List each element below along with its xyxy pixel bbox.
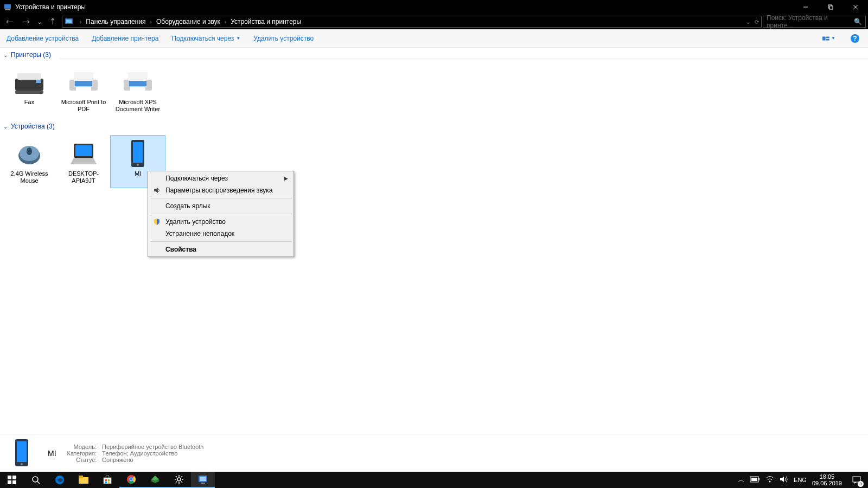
details-status-key: Статус: — [67, 457, 97, 463]
address-dropdown-button[interactable]: ⌄ — [746, 19, 750, 25]
device-label: Microsoft Print to PDF — [60, 99, 107, 113]
svg-rect-33 — [133, 142, 143, 163]
recent-locations-button[interactable]: ⌄ — [35, 15, 44, 28]
printers-items: Fax Microsoft Print to PDF — [0, 60, 868, 118]
group-header-printers[interactable]: ⌄ Принтеры (3) — [0, 48, 868, 60]
edge-button[interactable] — [48, 472, 72, 488]
control-panel-button[interactable] — [191, 472, 215, 488]
file-explorer-button[interactable] — [72, 472, 95, 488]
group-title: Устройства (3) — [11, 123, 55, 130]
details-status-value: Сопряжено — [102, 457, 203, 463]
phone-icon — [118, 139, 157, 169]
view-options-button[interactable]: ▼ — [822, 32, 835, 45]
chevron-down-icon: ⌄ — [3, 124, 8, 130]
ctx-troubleshoot[interactable]: Устранение неполадок — [149, 228, 292, 240]
details-category-key: Категория: — [67, 450, 97, 457]
device-label: MI — [135, 170, 141, 177]
breadcrumb-item[interactable]: Оборудование и звук — [156, 18, 220, 25]
device-item-print-to-pdf[interactable]: Microsoft Print to PDF — [56, 64, 111, 116]
device-item-mouse[interactable]: 2.4G Wireless Mouse — [2, 136, 56, 188]
printer-icon — [118, 67, 157, 98]
action-center-button[interactable]: 3 — [847, 472, 866, 488]
group-header-devices[interactable]: ⌄ Устройства (3) — [0, 119, 868, 131]
context-menu: Подключаться через Параметры воспроизвед… — [148, 171, 294, 257]
svg-rect-50 — [108, 479, 110, 481]
store-button[interactable] — [95, 472, 119, 488]
chrome-button[interactable] — [119, 472, 143, 488]
svg-rect-8 — [66, 20, 72, 23]
add-printer-button[interactable]: Добавление принтера — [92, 35, 158, 42]
up-button[interactable]: 🡑 — [46, 15, 61, 28]
phone-icon — [7, 438, 37, 468]
ctx-connect-via[interactable]: Подключаться через — [149, 172, 292, 184]
window-title: Устройства и принтеры — [15, 3, 86, 11]
forward-button[interactable]: 🡒 — [18, 15, 34, 28]
svg-point-34 — [137, 164, 139, 166]
device-item-xps-writer[interactable]: Microsoft XPS Document Writer — [111, 64, 165, 116]
address-bar[interactable]: › Панель управления › Оборудование и зву… — [62, 16, 762, 28]
svg-text:?: ? — [853, 35, 857, 42]
navbar: 🡐 🡒 ⌄ 🡑 › Панель управления › Оборудован… — [0, 14, 868, 29]
clock[interactable]: 18:05 09.06.2019 — [812, 473, 842, 486]
chevron-down-icon: ⌄ — [3, 52, 8, 58]
svg-rect-25 — [130, 87, 145, 93]
notification-count: 3 — [858, 481, 864, 487]
maximize-button[interactable] — [818, 0, 843, 14]
minimize-button[interactable] — [793, 0, 818, 14]
details-category-value: Телефон; Аудиоустройство — [102, 450, 203, 457]
device-label: Microsoft XPS Document Writer — [114, 99, 162, 113]
ctx-sound-playback[interactable]: Параметры воспроизведения звука — [149, 184, 292, 196]
help-button[interactable]: ? — [848, 32, 861, 45]
device-item-desktop[interactable]: DESKTOP-APIA9JT — [56, 136, 111, 188]
ctx-remove-device[interactable]: Удалить устройство — [149, 216, 292, 228]
connect-via-button[interactable]: Подключаться через▼ — [171, 35, 240, 42]
refresh-button[interactable]: ⟳ — [755, 19, 759, 25]
svg-rect-17 — [36, 80, 41, 83]
search-placeholder: Поиск: Устройства и принте... — [767, 14, 854, 29]
clock-time: 18:05 — [820, 473, 835, 480]
battery-icon[interactable] — [750, 476, 760, 484]
svg-rect-16 — [15, 91, 43, 94]
chevron-right-icon: › — [150, 19, 152, 25]
laptop-icon — [64, 139, 103, 169]
clock-date: 09.06.2019 — [812, 480, 842, 486]
svg-rect-47 — [79, 476, 83, 478]
svg-rect-49 — [105, 479, 107, 481]
ctx-create-shortcut[interactable]: Создать ярлык — [149, 200, 292, 212]
add-device-button[interactable]: Добавление устройства — [7, 35, 79, 42]
search-box[interactable]: Поиск: Устройства и принте... 🔍 — [763, 16, 866, 28]
svg-rect-74 — [758, 478, 760, 480]
devices-icon — [65, 17, 73, 26]
svg-rect-21 — [76, 87, 91, 93]
svg-rect-75 — [751, 478, 757, 481]
volume-icon[interactable] — [780, 476, 788, 485]
settings-button[interactable] — [167, 472, 191, 488]
svg-rect-10 — [826, 36, 829, 38]
ctx-properties[interactable]: Свойства — [149, 243, 292, 255]
svg-line-67 — [181, 481, 182, 483]
breadcrumb-item[interactable]: Панель управления — [86, 18, 145, 25]
content-area: ⌄ Принтеры (3) Fax — [0, 48, 868, 434]
separator — [150, 241, 291, 242]
wifi-icon[interactable] — [765, 476, 774, 484]
svg-rect-23 — [128, 72, 148, 81]
svg-rect-11 — [826, 38, 829, 40]
remove-device-button[interactable]: Удалить устройство — [253, 35, 314, 42]
breadcrumb-item[interactable]: Устройства и принтеры — [231, 18, 301, 25]
svg-rect-39 — [8, 476, 11, 479]
system-tray: ︿ ENG 18:05 09.06.2019 3 — [738, 472, 868, 488]
search-button[interactable] — [24, 472, 48, 488]
svg-point-58 — [130, 478, 133, 481]
svg-line-66 — [176, 476, 177, 477]
svg-rect-0 — [4, 4, 11, 9]
details-name: MI — [48, 449, 56, 458]
device-item-fax[interactable]: Fax — [2, 64, 56, 116]
back-button[interactable]: 🡐 — [2, 15, 17, 28]
close-button[interactable] — [843, 0, 868, 14]
start-button[interactable] — [0, 472, 24, 488]
printer-icon — [64, 67, 103, 98]
tray-overflow-button[interactable]: ︿ — [738, 475, 745, 485]
svg-point-28 — [27, 147, 32, 155]
language-indicator[interactable]: ENG — [794, 477, 807, 483]
app-button-green[interactable] — [143, 472, 167, 488]
